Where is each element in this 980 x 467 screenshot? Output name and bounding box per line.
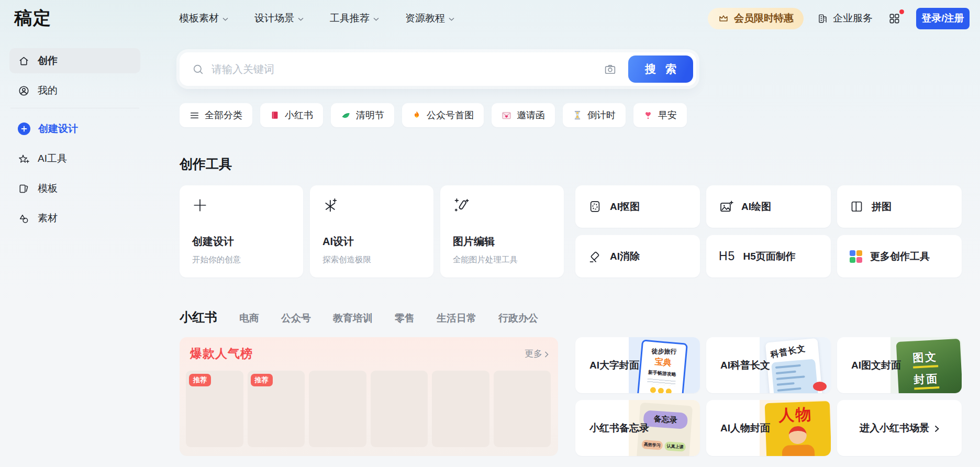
apps-grid-icon: [888, 13, 900, 25]
card-ai-draw[interactable]: AI绘图: [706, 185, 831, 228]
plus-icon: [192, 197, 208, 214]
sidebar-divider: [10, 108, 139, 108]
leaf-icon: [341, 110, 351, 120]
chevron-down-icon: [298, 17, 304, 21]
notification-dot: [899, 9, 904, 14]
card-ai-longread[interactable]: AI科普长文 科普长文: [706, 337, 831, 393]
nav-item-tools[interactable]: 工具推荐: [330, 12, 379, 25]
camera-search-icon[interactable]: [604, 63, 617, 76]
main-content: 搜 索 全部分类 小红书 清明节 公众号首图 邀请函: [149, 37, 980, 467]
category-chips: 全部分类 小红书 清明节 公众号首图 邀请函 倒计时: [180, 103, 962, 127]
card-ai-bigword-cover[interactable]: AI大字封面 徒步旅行 宝典 新手畅游攻略: [575, 337, 700, 393]
hourglass-icon: [573, 110, 582, 120]
chip-countdown[interactable]: 倒计时: [563, 103, 626, 127]
chevron-right-icon: [934, 425, 939, 432]
chip-invitation[interactable]: 邀请函: [492, 103, 555, 127]
ai-star-icon: [18, 153, 30, 165]
card-ai-cutout[interactable]: AI抠图: [575, 185, 700, 228]
chevron-right-icon: [544, 351, 549, 358]
more-tools-icon: [850, 250, 862, 263]
chip-all-categories[interactable]: 全部分类: [180, 103, 252, 127]
recommend-badge: 推荐: [251, 374, 273, 386]
search-button[interactable]: 搜 索: [628, 55, 693, 83]
tab-ecommerce[interactable]: 电商: [239, 312, 259, 325]
cutout-icon: [588, 199, 602, 214]
card-ai-person-cover[interactable]: AI人物封面 人物: [706, 400, 831, 456]
enterprise-services[interactable]: 企业服务: [817, 12, 873, 25]
bigword-thumb: 徒步旅行 宝典 新手畅游攻略: [629, 337, 700, 393]
menu-icon: [190, 110, 199, 120]
card-create-design[interactable]: 创建设计 开始你的创意: [180, 185, 303, 277]
brand-logo[interactable]: 稿定: [14, 6, 52, 30]
chip-morning[interactable]: 早安: [633, 103, 687, 127]
photo-cover-thumb: 图文 封面: [890, 337, 962, 393]
card-ai-erase[interactable]: AI消除: [575, 235, 700, 277]
recommend-badge: 推荐: [189, 374, 211, 386]
sidebar-item-assets[interactable]: 素材: [9, 206, 140, 231]
tools-section-title: 创作工具: [180, 155, 962, 173]
crown-icon: [718, 13, 729, 24]
plus-circle-icon: [18, 123, 30, 135]
tab-xiaohongshu[interactable]: 小红书: [180, 309, 217, 326]
xhs-section-header: 小红书 电商 公众号 教育培训 零售 生活日常 行政办公: [180, 309, 962, 326]
card-ai-photo-cover[interactable]: AI图文封面 图文 封面: [837, 337, 962, 393]
chevron-down-icon: [222, 17, 228, 21]
tab-retail[interactable]: 零售: [395, 312, 415, 325]
h5-icon: H5: [719, 249, 735, 263]
header: 稿定 模板素材 设计场景 工具推荐 资源教程 会员限时特惠 企业服务: [0, 0, 980, 37]
search-bar: 搜 索: [180, 52, 696, 86]
magic-wand-icon: [453, 197, 470, 214]
hot-ranking-title: 爆款人气榜: [190, 346, 253, 362]
home-icon: [18, 55, 30, 67]
hot-ranking-card[interactable]: 爆款人气榜 更多 推荐 推荐: [180, 337, 558, 456]
chip-official-cover[interactable]: 公众号首图: [402, 103, 484, 127]
card-collage[interactable]: 拼图: [837, 185, 962, 228]
longread-thumb: 科普长文: [760, 337, 831, 393]
apps-grid-button[interactable]: [886, 10, 903, 27]
xhs-cards-grid: AI大字封面 徒步旅行 宝典 新手畅游攻略 AI科普长文: [575, 337, 962, 456]
card-h5-maker[interactable]: H5 H5页面制作: [706, 235, 831, 277]
nav-item-resources[interactable]: 资源教程: [405, 12, 454, 25]
sidebar-item-templates[interactable]: 模板: [9, 176, 140, 201]
sidebar-item-mine[interactable]: 我的: [9, 78, 140, 103]
card-ai-design[interactable]: AI设计 探索创造极限: [310, 185, 433, 277]
assets-icon: [18, 213, 30, 225]
sidebar-item-create-design[interactable]: 创建设计: [9, 116, 140, 141]
card-image-editor[interactable]: 图片编辑 全能图片处理工具: [440, 185, 564, 277]
ai-asterisk-icon: [322, 197, 339, 214]
tab-daily-life[interactable]: 生活日常: [437, 312, 476, 325]
ai-image-icon: [719, 199, 733, 214]
nav-item-templates[interactable]: 模板素材: [179, 12, 228, 25]
person-cover-thumb: 人物: [760, 400, 831, 456]
login-button[interactable]: 登录/注册: [916, 8, 970, 29]
chip-qingming[interactable]: 清明节: [331, 103, 394, 127]
card-more-tools[interactable]: 更多创作工具: [837, 235, 962, 277]
xhs-content-row: 爆款人气榜 更多 推荐 推荐 AI大字封面: [180, 337, 962, 456]
tab-education[interactable]: 教育培训: [333, 312, 373, 325]
sidebar: 创作 我的 创建设计 AI工具 模板 素材: [0, 37, 149, 467]
tab-admin-office[interactable]: 行政办公: [498, 312, 538, 325]
header-right: 会员限时特惠 企业服务 登录/注册: [708, 8, 970, 29]
card-xhs-memo[interactable]: 小红书备忘录 备忘录 高效学习 认真上课: [575, 400, 700, 456]
search-input[interactable]: [211, 63, 604, 75]
hot-template-thumb[interactable]: [309, 371, 366, 447]
chevron-down-icon: [449, 17, 454, 21]
sidebar-item-ai-tools[interactable]: AI工具: [9, 146, 140, 171]
chip-xiaohongshu[interactable]: 小红书: [260, 103, 323, 127]
hot-template-thumb[interactable]: [494, 371, 551, 447]
more-link[interactable]: 更多: [525, 348, 549, 360]
sidebar-item-create-home[interactable]: 创作: [9, 48, 140, 73]
hot-template-thumb[interactable]: 推荐: [186, 371, 243, 447]
love-letter-icon: [502, 110, 511, 120]
chevron-down-icon: [373, 17, 379, 21]
nav-item-scenes[interactable]: 设计场景: [254, 12, 304, 25]
card-enter-xhs-scene[interactable]: 进入小红书场景: [837, 400, 962, 456]
tab-official-account[interactable]: 公众号: [281, 312, 311, 325]
search-icon: [192, 63, 204, 75]
member-promo-badge[interactable]: 会员限时特惠: [708, 8, 804, 29]
hot-template-thumb[interactable]: 推荐: [248, 371, 305, 447]
flame-icon: [412, 110, 421, 120]
user-icon: [18, 85, 30, 97]
hot-template-thumb[interactable]: [432, 371, 489, 447]
hot-template-thumb[interactable]: [371, 371, 428, 447]
